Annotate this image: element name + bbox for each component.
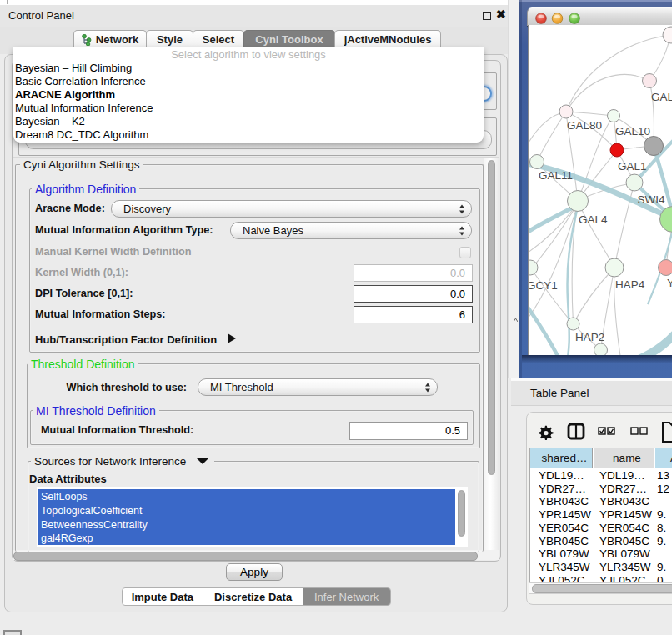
svg-text:HAP4: HAP4 bbox=[615, 278, 645, 291]
svg-text:GAL: GAL bbox=[651, 91, 672, 103]
svg-text:HAP2: HAP2 bbox=[575, 331, 604, 343]
svg-text:SWI4: SWI4 bbox=[638, 193, 665, 206]
svg-text:GAL11: GAL11 bbox=[539, 169, 573, 182]
svg-text:GCY1: GCY1 bbox=[529, 279, 558, 292]
svg-text:GAL4: GAL4 bbox=[579, 213, 608, 226]
svg-text:GAL10: GAL10 bbox=[615, 125, 650, 138]
svg-text:Y: Y bbox=[667, 277, 672, 289]
svg-text:GAL1: GAL1 bbox=[618, 160, 647, 172]
svg-text:GAL80: GAL80 bbox=[567, 119, 602, 132]
